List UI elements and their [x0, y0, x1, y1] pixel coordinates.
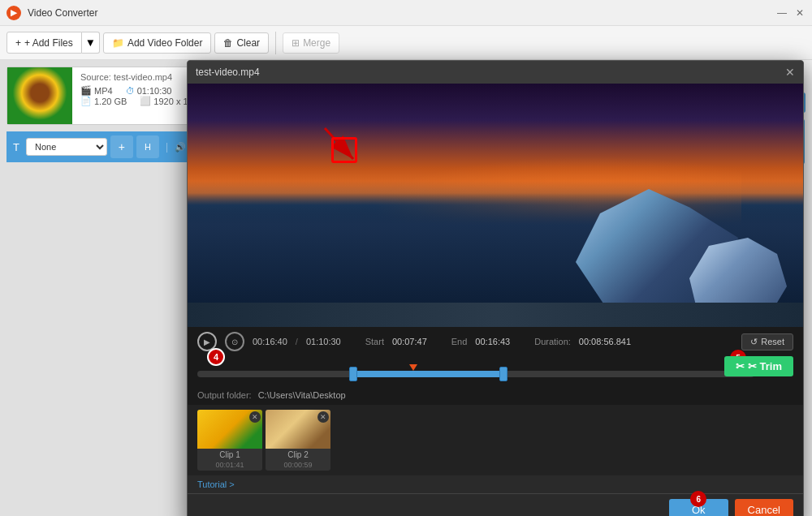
trim-dialog: test-video.mp4 ✕ ▶ ⊙ 00:16:40 / 01:10:30…	[187, 60, 804, 516]
step6-badge: 6	[690, 491, 706, 507]
format-icon: 🎬	[80, 85, 92, 96]
app-icon: ▶	[6, 6, 21, 20]
start-label: Start	[365, 337, 384, 346]
play-clip-button[interactable]: ⊙	[225, 332, 244, 351]
clear-button[interactable]: 🗑 Clear	[214, 32, 269, 54]
list-item[interactable]: Clip 1 00:01:41 ✕	[197, 410, 262, 471]
step4-badge: 4	[207, 348, 225, 366]
duration-time: 00:08:56.841	[579, 337, 631, 346]
sunflower-image	[7, 67, 72, 124]
end-time: 00:16:43	[475, 337, 510, 346]
tutorial-link[interactable]: Tutorial >	[197, 479, 235, 489]
list-item[interactable]: Clip 2 00:00:59 ✕	[266, 410, 330, 471]
dialog-bottom-bar: 6 Ok Cancel	[188, 493, 803, 516]
start-time: 00:07:47	[392, 337, 427, 346]
file-thumbnail	[7, 67, 72, 124]
add-files-button[interactable]: + + Add Files	[6, 32, 82, 54]
clip1-time: 00:01:41	[197, 461, 262, 471]
tutorial-row: Tutorial >	[188, 475, 803, 493]
dialog-title: test-video.mp4	[196, 67, 260, 78]
add-files-dropdown[interactable]: ▼	[82, 32, 100, 54]
add-folder-button[interactable]: 📁 Add Video Folder	[103, 32, 212, 54]
source-label: Source: test-video.mp4	[80, 72, 172, 82]
playhead-pointer	[409, 364, 417, 371]
add-effect-button[interactable]: +	[110, 135, 133, 158]
clip2-time: 00:00:59	[266, 461, 330, 471]
clip2-close-button[interactable]: ✕	[317, 411, 329, 423]
dialog-title-bar: test-video.mp4 ✕	[188, 61, 803, 84]
merge-button[interactable]: ⊞ Merge	[283, 32, 339, 54]
clip1-label: Clip 1	[197, 449, 262, 461]
file-icon: 📄	[80, 96, 92, 106]
text-effect-icon: T	[13, 141, 19, 153]
clip2-label: Clip 2	[266, 449, 330, 461]
app-title: Video Converter	[28, 7, 776, 19]
trash-icon: 🗑	[223, 37, 233, 49]
plus-icon: +	[15, 37, 21, 49]
output-folder-path: C:\Users\Vita\Desktop	[258, 390, 793, 400]
current-time: 00:16:40	[253, 337, 287, 346]
window-controls: — ✕	[776, 7, 806, 19]
trim-icon: ✂	[736, 360, 745, 372]
video-scene	[188, 84, 803, 327]
cancel-button[interactable]: Cancel	[735, 499, 793, 516]
close-button[interactable]: ✕	[794, 7, 806, 19]
effect-h-button[interactable]: H	[136, 135, 159, 158]
add-files-group: + + Add Files ▼	[6, 32, 100, 54]
effect-select[interactable]: None	[26, 138, 107, 156]
step6-wrap: 6 Ok	[669, 499, 728, 516]
output-folder-row: Output folder: C:\Users\Vita\Desktop	[188, 385, 803, 405]
video-preview	[188, 84, 803, 327]
clock-icon: ⏱	[126, 86, 135, 96]
video-controls: ▶ ⊙ 00:16:40 / 01:10:30 Start 00:07:47 E…	[188, 327, 803, 356]
reset-icon: ↺	[750, 337, 758, 347]
folder-icon: 📁	[112, 37, 124, 49]
toolbar: + + Add Files ▼ 📁 Add Video Folder 🗑 Cle…	[0, 26, 812, 60]
source-format: 🎬 MP4	[80, 85, 113, 96]
minimize-button[interactable]: —	[776, 7, 788, 19]
reset-button[interactable]: ↺ Reset	[741, 333, 793, 350]
trim-slider-track[interactable]	[197, 371, 754, 377]
clip1-close-button[interactable]: ✕	[249, 411, 261, 423]
audio-icon: 🔊	[175, 142, 186, 153]
trim-range	[353, 371, 503, 377]
output-folder-label: Output folder:	[197, 390, 252, 400]
res-icon: ⬜	[140, 96, 151, 106]
trim-handle-right[interactable]	[499, 367, 508, 381]
total-time: 01:10:30	[306, 337, 341, 346]
end-label: End	[451, 337, 468, 346]
merge-icon: ⊞	[292, 37, 300, 49]
source-duration: ⏱ 01:10:30	[126, 86, 172, 96]
trim-handle-left[interactable]	[349, 367, 357, 381]
ice-ground	[188, 303, 803, 327]
title-bar: ▶ Video Converter — ✕	[0, 0, 812, 26]
duration-label: Duration:	[534, 337, 571, 346]
dialog-close-button[interactable]: ✕	[785, 66, 795, 79]
time-separator: /	[296, 337, 298, 346]
source-size: 📄 1.20 GB	[80, 96, 127, 106]
effects-sep: |	[166, 141, 168, 153]
trim-button[interactable]: ✂ ✂ Trim	[724, 356, 793, 376]
trim-area: 4 5 ✂ ✂ Trim	[188, 356, 803, 385]
clips-strip: Clip 1 00:01:41 ✕ Clip 2 00:00:59 ✕	[188, 405, 803, 475]
toolbar-separator	[275, 32, 276, 54]
